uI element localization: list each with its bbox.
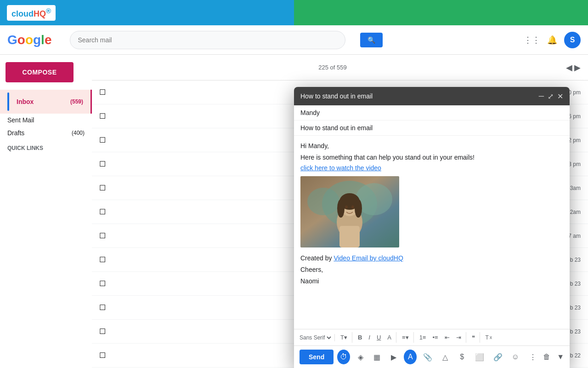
indent-less-btn[interactable]: ⇤ (442, 332, 452, 343)
insert-btn[interactable]: ▦ (371, 350, 384, 364)
body-created: Created by Video Email by cloudHQ (300, 253, 563, 263)
svg-point-10 (345, 206, 348, 209)
email-checkbox[interactable]: ☐ (99, 207, 110, 216)
compose-bottom-bar: Send ⏱ ◈ ▦ ▶ A 📎 △ $ ⬜ 🔗 ☺ ⋮ 🗑 ▼ (294, 345, 570, 368)
font-color-btn[interactable]: A (384, 332, 394, 343)
svg-point-8 (355, 199, 362, 218)
video-thumbnail-container (300, 176, 563, 249)
dropbox-btn[interactable]: ◈ (354, 350, 367, 364)
cloudhq-bar: cloudHQ® (0, 0, 588, 25)
compose-button[interactable]: COMPOSE (6, 62, 74, 82)
email-checkbox[interactable]: ☐ (99, 327, 110, 336)
cloudhq-link[interactable]: Video Email by cloudHQ (334, 254, 403, 262)
email-checkbox[interactable]: ☐ (99, 231, 110, 240)
inbox-count: (559) (70, 98, 83, 105)
quote-group: ❝ (469, 332, 480, 343)
format-group: B I U A (355, 332, 396, 343)
body-line1: Here is something that can help you stan… (300, 153, 563, 162)
font-group: Sans Serif (298, 334, 335, 341)
email-checkbox[interactable]: ☐ (99, 303, 110, 312)
sidebar: COMPOSE Inbox (559) Sent Mail Drafts (40… (0, 55, 92, 368)
sent-label: Sent Mail (7, 116, 34, 124)
dollar-btn[interactable]: $ (456, 350, 469, 364)
body-name: Naomi (300, 276, 563, 286)
font-color-bottom-btn[interactable]: A (404, 350, 417, 364)
drafts-count: (400) (72, 130, 85, 136)
send-button[interactable]: Send (300, 350, 334, 364)
svg-point-7 (337, 199, 345, 218)
underline-btn[interactable]: U (374, 332, 384, 343)
video-email-btn[interactable]: ⏱ (337, 350, 350, 364)
svg-rect-9 (339, 226, 360, 247)
compose-dialog-title: How to stand out in email (300, 92, 539, 100)
pagination: 225 of 559 (318, 64, 346, 71)
photo-btn[interactable]: ⬜ (472, 350, 487, 364)
email-checkbox[interactable]: ☐ (99, 184, 110, 192)
more-chevron[interactable]: ▼ (557, 353, 564, 361)
bullet-list-btn[interactable]: •≡ (430, 332, 441, 343)
numbered-list-btn[interactable]: 1≡ (417, 332, 429, 343)
compose-to-field (294, 105, 570, 121)
svg-point-3 (307, 188, 339, 215)
email-checkbox[interactable]: ☐ (99, 279, 110, 288)
svg-point-11 (351, 206, 354, 209)
quick-links-label: Quick Links (0, 139, 92, 153)
sidebar-item-sent[interactable]: Sent Mail (0, 114, 92, 126)
clear-group: Tx (483, 333, 497, 343)
body-cheers: Cheers, (300, 265, 563, 275)
indent-more-btn[interactable]: ⇥ (453, 332, 464, 343)
cloudhq-logo: cloudHQ® (7, 5, 56, 21)
email-list-header: 225 of 559 ◀ ▶ (92, 55, 588, 80)
font-select[interactable]: Sans Serif (298, 334, 333, 341)
align-btn[interactable]: ≡▾ (399, 332, 412, 343)
body-created-by: Created by (300, 254, 334, 262)
font-size-group: T▾ (338, 332, 352, 343)
video-btn[interactable]: ▶ (387, 350, 400, 364)
inbox-indicator (7, 92, 9, 111)
compose-dialog: How to stand out in email ─ ⤢ ✕ Hi Mandy… (294, 87, 570, 368)
clear-format-btn[interactable]: Tx (483, 333, 495, 343)
sidebar-item-inbox[interactable]: Inbox (559) (0, 90, 92, 114)
to-input[interactable] (300, 109, 563, 116)
compose-subject-field (294, 121, 570, 136)
email-checkbox[interactable]: ☐ (99, 136, 110, 144)
email-checkbox[interactable]: ☐ (99, 351, 110, 360)
header-icons: ⋮⋮ 🔔 S (524, 32, 581, 48)
email-checkbox[interactable]: ☐ (99, 112, 110, 121)
google-logo: Google (7, 33, 51, 47)
bell-icon[interactable]: 🔔 (544, 32, 560, 48)
italic-btn[interactable]: I (366, 332, 373, 343)
inbox-label: Inbox (17, 98, 34, 105)
attach-btn[interactable]: 📎 (420, 350, 435, 364)
link-btn[interactable]: 🔗 (491, 350, 505, 364)
google-header: Google 🔍 ⋮⋮ 🔔 S (0, 25, 588, 55)
prev-page-icon[interactable]: ◀ (566, 63, 572, 73)
email-checkbox[interactable]: ☐ (99, 88, 110, 97)
email-checkbox[interactable]: ☐ (99, 255, 110, 264)
compose-header: How to stand out in email ─ ⤢ ✕ (294, 87, 570, 105)
emoji-btn[interactable]: ☺ (509, 350, 522, 364)
drive-btn[interactable]: △ (439, 350, 452, 364)
bold-btn[interactable]: B (355, 332, 365, 343)
search-input[interactable] (70, 31, 345, 49)
sidebar-item-drafts[interactable]: Drafts (400) (0, 126, 92, 139)
font-size-btn[interactable]: T▾ (338, 332, 350, 343)
formatting-toolbar: Sans Serif T▾ B I U A ≡▾ 1≡ •≡ ⇤ ⇥ ❝ Tx (294, 329, 570, 345)
email-checkbox[interactable]: ☐ (99, 160, 110, 168)
close-icon[interactable]: ✕ (557, 92, 563, 101)
subject-input[interactable] (300, 124, 563, 132)
search-button[interactable]: 🔍 (360, 33, 383, 47)
grid-icon[interactable]: ⋮⋮ (524, 32, 540, 48)
list-group: 1≡ •≡ ⇤ ⇥ (417, 332, 466, 343)
cloudhq-bar-right (294, 0, 588, 25)
avatar-icon[interactable]: S (564, 32, 581, 48)
quote-btn[interactable]: ❝ (469, 332, 478, 343)
expand-icon[interactable]: ⤢ (548, 92, 554, 101)
align-group: ≡▾ (399, 332, 414, 343)
minimize-icon[interactable]: ─ (539, 92, 544, 100)
delete-button[interactable]: 🗑 (540, 350, 553, 364)
body-video-link[interactable]: click here to watch the video (300, 164, 381, 172)
compose-body[interactable]: Hi Mandy, Here is something that can hel… (294, 136, 570, 329)
more-options-btn[interactable]: ⋮ (529, 353, 537, 362)
next-page-icon[interactable]: ▶ (574, 63, 581, 73)
